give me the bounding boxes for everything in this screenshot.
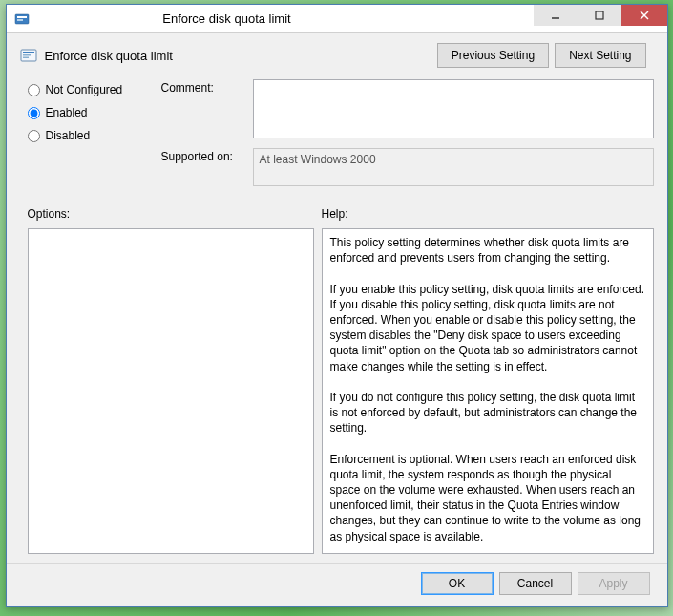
minimize-button[interactable]: [534, 5, 578, 26]
close-button[interactable]: [621, 5, 667, 26]
dialog-footer: OK Cancel Apply: [7, 563, 667, 606]
radio-disabled-input[interactable]: [28, 130, 40, 142]
options-label: Options:: [28, 203, 314, 221]
fields-column: Comment: Supported on: At least Windows …: [161, 79, 654, 196]
maximize-button[interactable]: [578, 5, 621, 26]
radio-not-configured[interactable]: Not Configured: [28, 83, 161, 96]
svg-rect-1: [17, 16, 27, 18]
supported-row: Supported on: At least Windows 2000: [161, 148, 654, 186]
svg-rect-2: [17, 19, 23, 21]
radio-enabled[interactable]: Enabled: [28, 106, 161, 119]
titlebar[interactable]: Enforce disk quota limit: [7, 5, 667, 33]
radio-label: Not Configured: [46, 83, 123, 96]
help-label: Help:: [322, 203, 654, 221]
previous-setting-button[interactable]: Previous Setting: [437, 43, 549, 68]
cancel-button[interactable]: Cancel: [499, 572, 572, 595]
radio-disabled[interactable]: Disabled: [28, 129, 161, 142]
window-title: Enforce disk quota limit: [35, 11, 534, 26]
help-text[interactable]: This policy setting determines whether d…: [322, 228, 654, 554]
window-controls: [534, 5, 667, 32]
comment-row: Comment:: [161, 79, 654, 138]
policy-icon: [20, 47, 37, 64]
radio-label: Disabled: [46, 129, 91, 142]
comment-input[interactable]: [253, 79, 654, 138]
options-box[interactable]: [28, 228, 314, 554]
svg-rect-9: [23, 54, 31, 56]
app-icon: [14, 11, 30, 27]
policy-title: Enforce disk quota limit: [45, 49, 437, 63]
dialog-window: Enforce disk quota limit Enforce disk qu…: [6, 4, 668, 607]
ok-button[interactable]: OK: [421, 572, 494, 595]
comment-label: Comment:: [161, 79, 253, 138]
lower-panels: Options: Help: This policy setting deter…: [7, 203, 667, 563]
radio-not-configured-input[interactable]: [28, 84, 40, 96]
options-panel: Options:: [28, 203, 314, 554]
supported-label: Supported on:: [161, 148, 253, 186]
help-panel: Help: This policy setting determines whe…: [322, 203, 654, 554]
svg-rect-4: [596, 11, 603, 19]
svg-rect-10: [23, 57, 29, 59]
radio-enabled-input[interactable]: [28, 107, 40, 119]
header-row: Enforce disk quota limit Previous Settin…: [7, 33, 667, 79]
svg-rect-8: [23, 52, 34, 53]
apply-button[interactable]: Apply: [578, 572, 650, 595]
radio-label: Enabled: [46, 106, 88, 119]
supported-value: At least Windows 2000: [253, 148, 654, 186]
next-setting-button[interactable]: Next Setting: [555, 43, 645, 68]
nav-buttons: Previous Setting Next Setting: [437, 43, 646, 68]
config-area: Not Configured Enabled Disabled Comment:…: [7, 79, 667, 203]
state-radio-group: Not Configured Enabled Disabled: [28, 79, 161, 196]
